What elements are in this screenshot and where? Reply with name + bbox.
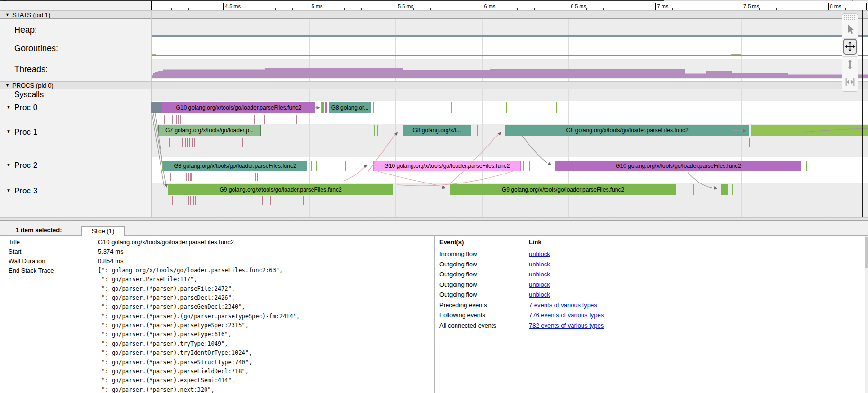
trace-slice[interactable]: G10 golang.org/x/tools/go/loader.parseFi… (555, 161, 801, 171)
instant-event-mark[interactable] (377, 125, 378, 136)
trace-slice[interactable]: G7 golang.org/x/tools/go/loader.p... (159, 125, 260, 136)
instant-event-mark[interactable] (732, 184, 733, 195)
flow-event-tick[interactable] (303, 196, 304, 205)
trace-slice[interactable]: G8 golang.or... (329, 102, 371, 113)
flow-event-tick[interactable] (749, 138, 750, 147)
event-link[interactable]: unblock (529, 271, 550, 278)
stack-trace-line: ": go/parser.(*parser).parseFile:2472", (98, 285, 235, 292)
instant-event-mark[interactable] (523, 161, 524, 171)
flow-event-tick[interactable] (172, 196, 173, 205)
trace-slice[interactable] (751, 125, 868, 136)
proc-collapse-arrow-icon[interactable]: ▼ (6, 188, 11, 193)
events-header: Event(s) (439, 238, 464, 246)
flow-event-tick[interactable] (190, 196, 191, 205)
instant-event-mark[interactable] (680, 184, 680, 195)
trace-slice[interactable] (151, 102, 162, 113)
instant-event-mark[interactable] (474, 125, 474, 136)
trace-slice[interactable]: G8 golang.org/x/t... (403, 125, 471, 136)
slice-tab[interactable]: Slice (1) (81, 226, 125, 236)
flow-event-tick[interactable] (257, 173, 258, 181)
collapse-arrow-icon[interactable]: ▼ (5, 12, 9, 17)
collapse-arrow-icon[interactable]: ▼ (5, 83, 9, 88)
flow-event-tick[interactable] (191, 173, 192, 181)
proc-row-label: Proc 1 (14, 128, 37, 137)
detail-field-value: G10 golang.org/x/tools/go/loader.parseFi… (98, 238, 234, 246)
proc-collapse-arrow-icon[interactable]: ▼ (6, 104, 11, 110)
flow-event-tick[interactable] (180, 115, 181, 124)
flow-event-tick[interactable] (195, 196, 196, 205)
flow-event-tick[interactable] (188, 196, 189, 205)
flow-event-tick[interactable] (172, 115, 173, 124)
instant-event-mark[interactable] (345, 161, 346, 171)
stack-trace-line: ": go/parser.(*parser).parseDecl:2426", (98, 294, 235, 301)
flow-event-tick[interactable] (262, 196, 263, 205)
flow-event-tick[interactable] (192, 138, 193, 147)
flow-event-tick[interactable] (169, 138, 170, 147)
details-scrollbar-thumb[interactable] (865, 237, 868, 268)
trace-slice[interactable]: G10 golang.org/x/tools/go/loader.parseFi… (373, 161, 521, 171)
flow-event-tick[interactable] (254, 115, 255, 124)
slice-label: G9 golang.org/x/tools/go/loader.parseFil… (168, 184, 393, 195)
event-link[interactable]: unblock (529, 261, 550, 268)
event-row-label: Outgoing flow (439, 261, 477, 268)
flow-event-tick[interactable] (170, 173, 171, 181)
detail-field-label: Start (9, 248, 21, 255)
ruler-major-tick (483, 3, 483, 10)
trace-slice[interactable] (260, 125, 261, 136)
flow-event-tick[interactable] (182, 138, 183, 147)
trace-slice[interactable] (321, 102, 324, 113)
flow-event-tick[interactable] (185, 138, 186, 147)
stats-section-header[interactable] (0, 10, 868, 19)
instant-event-mark[interactable] (693, 184, 694, 195)
tool-panel-drag-handle[interactable] (844, 15, 856, 20)
flow-event-tick[interactable] (242, 138, 243, 147)
instant-event-mark[interactable] (477, 125, 478, 136)
flow-event-tick[interactable] (188, 173, 189, 181)
event-link[interactable]: 776 events of various types (529, 311, 604, 319)
event-link[interactable]: 782 events of various types (529, 322, 604, 329)
event-link[interactable]: unblock (529, 250, 550, 257)
flow-event-tick[interactable] (190, 173, 191, 181)
instant-event-mark[interactable] (316, 161, 317, 171)
instant-event-mark[interactable] (806, 161, 807, 171)
flow-event-tick[interactable] (255, 173, 256, 181)
procs-section-header-title: PROCS (pid 0) (12, 82, 54, 89)
instant-event-mark[interactable] (374, 125, 375, 136)
flow-event-tick[interactable] (296, 115, 297, 124)
flow-event-tick[interactable] (187, 138, 188, 147)
trace-slice[interactable] (325, 102, 327, 113)
flow-event-tick[interactable] (178, 115, 179, 124)
flow-event-tick[interactable] (186, 173, 187, 181)
instant-event-mark[interactable] (506, 102, 507, 113)
flow-event-tick[interactable] (176, 115, 177, 124)
trace-slice[interactable]: G8 golang.org/x/tools/go/loader.parseFil… (163, 161, 307, 171)
ruler-major-label: 4.5 ms (225, 3, 241, 9)
slice-label: G10 golang.org/x/tools/go/loader.parseFi… (374, 161, 520, 171)
flow-event-tick[interactable] (194, 138, 195, 147)
trace-slice[interactable]: G8 golang.org/x/tools/go/loader.parseFil… (505, 125, 749, 136)
ruler-major-label: 8 ms (830, 3, 841, 9)
proc-collapse-arrow-icon[interactable]: ▼ (6, 129, 11, 134)
flow-event-tick[interactable] (164, 115, 165, 124)
timeline-ruler[interactable] (151, 1, 868, 10)
event-link[interactable]: unblock (529, 281, 550, 288)
trace-slice[interactable]: G9 golang.org/x/tools/go/loader.parseFil… (168, 184, 393, 195)
instant-event-mark[interactable] (556, 102, 557, 113)
detail-field-label: Title (9, 238, 20, 246)
flow-event-tick[interactable] (270, 196, 271, 205)
procs-section-header[interactable] (0, 81, 868, 89)
trace-slice[interactable]: G10 golang.org/x/tools/go/loader.parseFi… (162, 102, 315, 113)
instant-event-mark[interactable] (529, 161, 530, 171)
trace-slice[interactable] (721, 184, 728, 195)
instant-event-mark[interactable] (373, 102, 374, 113)
event-link[interactable]: unblock (529, 291, 550, 298)
flow-event-tick[interactable] (264, 115, 265, 124)
pan-tool-icon (844, 40, 856, 53)
instant-event-mark[interactable] (311, 161, 312, 171)
flow-event-tick[interactable] (189, 138, 190, 147)
flow-event-tick[interactable] (193, 196, 194, 205)
trace-slice[interactable]: G9 golang.org/x/tools/go/loader.parseFil… (450, 184, 676, 195)
instant-event-mark[interactable] (451, 102, 452, 113)
event-link[interactable]: 7 events of various types (529, 302, 597, 309)
proc-collapse-arrow-icon[interactable]: ▼ (6, 162, 11, 167)
